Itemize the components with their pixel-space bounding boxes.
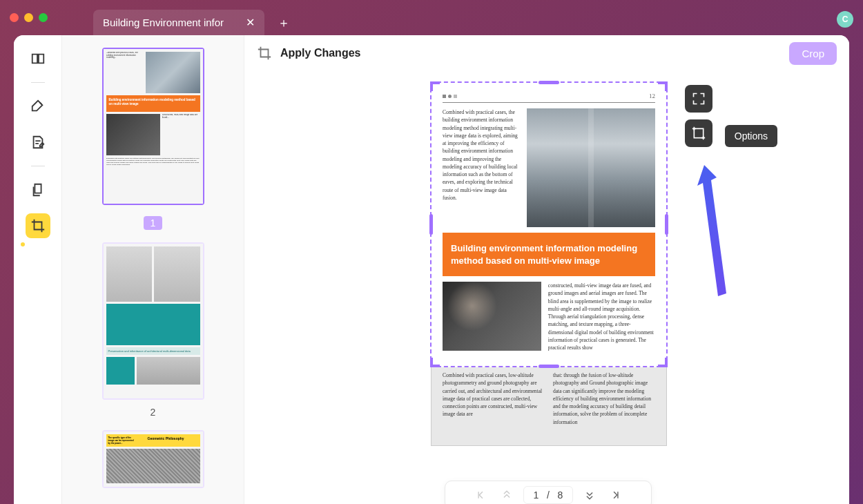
svg-rect-0 (694, 128, 703, 137)
crop-corner-bl[interactable] (430, 358, 440, 367)
page-indicator[interactable]: 1 / 8 (523, 486, 574, 504)
crop-options-icon (692, 126, 706, 140)
crop-corner-tr[interactable] (658, 81, 668, 91)
page-lower-text: Combined with practical cases, low-altit… (443, 371, 655, 426)
crop-button[interactable]: Crop (789, 42, 837, 65)
chevron-last-icon (611, 490, 621, 500)
crop-frame[interactable]: 12 Combined with practical cases, the bu… (430, 81, 668, 367)
right-tools (685, 85, 712, 147)
paragraph-a: Combined with practical cases, the build… (443, 108, 520, 227)
chevron-up-icon (502, 490, 512, 500)
app-window: Combined with practical cases, the build… (14, 35, 849, 504)
pages-icon (30, 182, 46, 197)
chevron-first-icon (476, 490, 485, 500)
orange-title-text: Building environment information modelin… (451, 242, 647, 266)
page-toolbar: 1 / 8 (445, 481, 652, 504)
rail-separator (31, 166, 45, 166)
titlebar: Building Environment infor ✕ ＋ C (0, 0, 863, 35)
crop-corner-tl[interactable] (430, 81, 440, 91)
thumbnail-page-2[interactable]: Preservation and inheritance of architec… (102, 242, 204, 400)
close-window-button[interactable] (10, 13, 19, 22)
maximize-window-button[interactable] (39, 13, 48, 22)
rail-edit-button[interactable] (26, 130, 50, 155)
chevron-down-icon (585, 490, 594, 500)
rail-crop-button[interactable] (26, 213, 50, 238)
document-canvas[interactable]: Combined with practical cases, low-altit… (431, 82, 667, 446)
image-computer-user (443, 282, 541, 351)
fit-page-button[interactable] (685, 85, 712, 113)
hero-image-interior (527, 108, 655, 227)
top-bar: Apply Changes Crop (244, 35, 849, 71)
first-page-button[interactable] (471, 485, 490, 504)
crop-options-button[interactable] (685, 119, 712, 147)
orange-title-box: Building environment information modelin… (443, 233, 655, 276)
page-sep: / (547, 490, 550, 501)
edit-doc-icon (30, 135, 46, 150)
rail-reader-button[interactable] (26, 46, 50, 71)
traffic-lights (10, 13, 48, 22)
crop-icon (30, 218, 46, 233)
crop-handle-right[interactable] (665, 214, 668, 235)
thumb-orange-title: Building environment information modelin… (106, 95, 200, 112)
highlighter-icon (30, 99, 46, 114)
document-tab[interactable]: Building Environment infor ✕ (93, 10, 264, 35)
thumb-page-num-2: 2 (80, 407, 226, 418)
current-page: 1 (534, 490, 539, 501)
crop-handle-bottom[interactable] (539, 365, 559, 368)
rail-active-indicator (21, 242, 25, 246)
page-number: 12 (649, 93, 655, 99)
apply-changes-label: Apply Changes (280, 47, 360, 59)
tab-title: Building Environment infor (103, 17, 224, 28)
thumbnail-panel[interactable]: Combined with practical cases, the build… (62, 35, 244, 504)
minimize-window-button[interactable] (24, 13, 33, 22)
rail-pages-button[interactable] (26, 177, 50, 202)
thumb-page-num-1: 1 (144, 216, 163, 230)
paragraph-lower-left: Combined with practical cases, low-altit… (443, 371, 545, 426)
thumb3-title: Geometric Philosophy (134, 436, 198, 445)
book-icon (30, 51, 46, 66)
page-deco-dots (443, 95, 457, 98)
crop-handle-top[interactable] (539, 81, 559, 84)
next-page-button[interactable] (580, 485, 599, 504)
expand-icon (692, 92, 706, 106)
rail-separator (31, 82, 45, 83)
thumbnail-page-3[interactable]: The specific type of the image can be re… (102, 430, 204, 488)
total-pages: 8 (558, 490, 563, 501)
options-tooltip: Options (725, 125, 777, 147)
new-tab-button[interactable]: ＋ (276, 15, 291, 30)
thumb2-label: Preservation and inheritance of architec… (106, 347, 200, 355)
crop-apply-icon (257, 46, 272, 61)
paragraph-b: constructed, multi-view image data are f… (548, 282, 655, 351)
thumbnail-page-1[interactable]: Combined with practical cases, the build… (102, 48, 204, 205)
annotation-arrow (690, 158, 746, 313)
rail-highlight-button[interactable] (26, 94, 50, 119)
crop-corner-br[interactable] (658, 358, 668, 367)
paragraph-lower-right: that: through the fusion of low-altitude… (553, 371, 655, 426)
main-area: Apply Changes Crop Combined with practic… (244, 35, 849, 504)
close-tab-button[interactable]: ✕ (246, 16, 255, 29)
crop-handle-left[interactable] (429, 214, 433, 235)
page-content: 12 Combined with practical cases, the bu… (432, 83, 666, 361)
last-page-button[interactable] (606, 485, 626, 504)
avatar[interactable]: C (837, 11, 853, 28)
left-rail (14, 35, 62, 504)
prev-page-button[interactable] (497, 485, 516, 504)
